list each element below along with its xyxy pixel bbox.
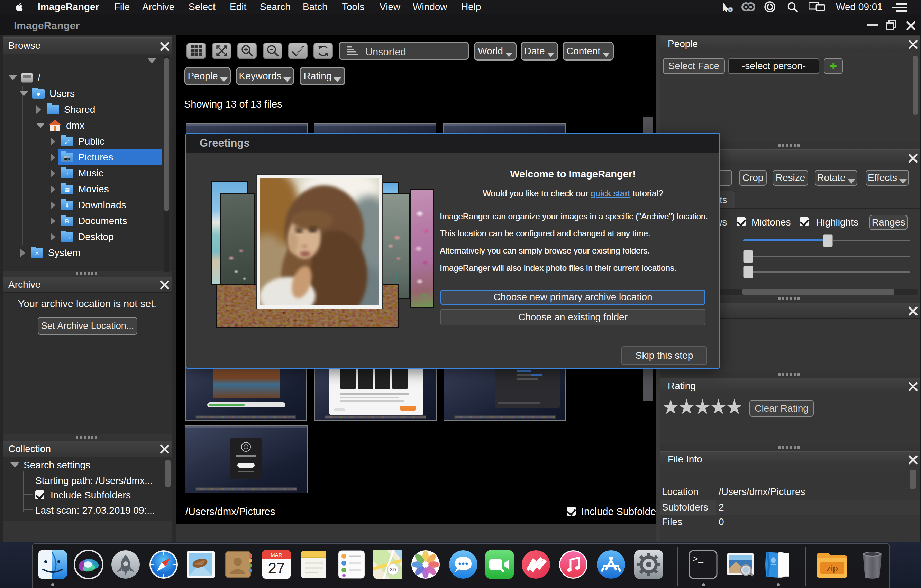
svg-text:3D: 3D bbox=[390, 567, 396, 572]
svg-text:zip: zip bbox=[826, 563, 838, 573]
svg-text:>_: >_ bbox=[693, 554, 704, 564]
svg-text:27: 27 bbox=[268, 560, 285, 577]
svg-text:MAR: MAR bbox=[270, 552, 282, 558]
